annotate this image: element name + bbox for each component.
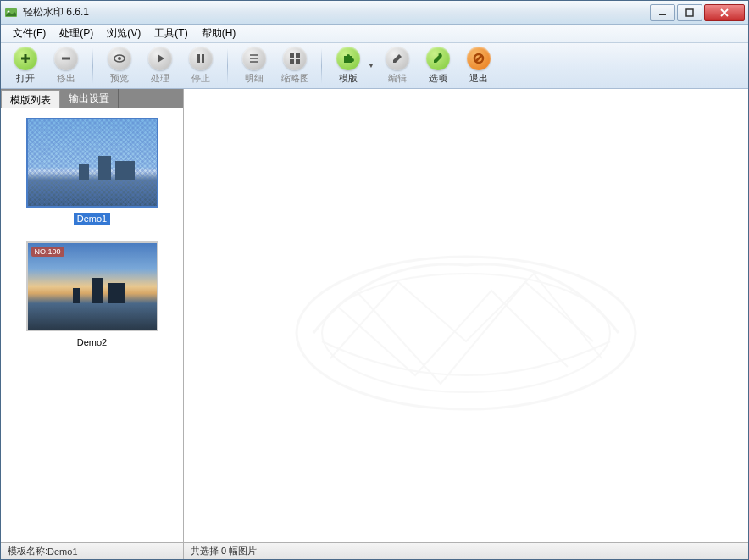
plus-icon <box>14 47 37 70</box>
svg-rect-17 <box>290 53 294 58</box>
pencil-icon <box>386 47 409 70</box>
template-button[interactable]: 模版 <box>330 45 366 86</box>
menu-process[interactable]: 处理(P) <box>53 25 100 42</box>
preview-button[interactable]: 预览 <box>102 45 137 86</box>
status-template: 模板名称:Demo1 <box>1 543 184 559</box>
template-item[interactable]: Demo1 <box>11 118 173 225</box>
svg-rect-12 <box>197 54 200 63</box>
background-watermark <box>184 89 748 542</box>
template-thumbnail <box>26 118 158 208</box>
list-icon <box>242 47 266 70</box>
pause-icon <box>189 47 213 70</box>
menu-browse[interactable]: 浏览(V) <box>100 25 147 42</box>
separator <box>92 48 93 84</box>
template-thumbnail: NO.100 <box>26 241 158 331</box>
window-controls <box>648 4 745 21</box>
menu-file[interactable]: 文件(F) <box>6 25 53 42</box>
svg-marker-11 <box>158 54 164 63</box>
svg-rect-18 <box>296 53 300 58</box>
puzzle-icon <box>336 47 360 70</box>
svg-rect-3 <box>686 9 693 16</box>
menu-tools[interactable]: 工具(T) <box>147 25 194 42</box>
exit-button[interactable]: 退出 <box>461 45 497 86</box>
close-button[interactable] <box>704 4 745 21</box>
tab-templates[interactable]: 模版列表 <box>1 90 60 108</box>
titlebar: 轻松水印 6.6.1 <box>1 1 748 25</box>
main-area: 模版列表 输出设置 Demo1 <box>1 89 748 542</box>
detail-button[interactable]: 明细 <box>236 45 272 86</box>
separator <box>321 48 322 84</box>
menubar: 文件(F) 处理(P) 浏览(V) 工具(T) 帮助(H) <box>1 25 748 43</box>
template-label: Demo2 <box>77 337 107 347</box>
separator <box>227 48 228 84</box>
open-button[interactable]: 打开 <box>8 45 43 86</box>
edit-button[interactable]: 编辑 <box>380 45 415 86</box>
template-label: Demo1 <box>74 213 110 225</box>
maximize-button[interactable] <box>677 4 702 21</box>
menu-help[interactable]: 帮助(H) <box>195 25 243 42</box>
svg-rect-13 <box>202 54 204 63</box>
app-icon <box>4 6 18 19</box>
thumbnail-button[interactable]: 缩略图 <box>277 45 313 86</box>
minimize-button[interactable] <box>650 4 675 21</box>
app-window: 轻松水印 6.6.1 文件(F) 处理(P) 浏览(V) 工具(T) 帮助(H)… <box>0 0 749 560</box>
window-title: 轻松水印 6.6.1 <box>23 5 648 19</box>
play-icon <box>148 47 172 70</box>
wrench-icon <box>426 47 450 70</box>
grid-icon <box>283 47 307 70</box>
process-button[interactable]: 处理 <box>142 45 178 86</box>
tab-output[interactable]: 输出设置 <box>60 89 119 108</box>
badge: NO.100 <box>31 247 64 257</box>
sidebar-tabs: 模版列表 输出设置 <box>1 89 183 108</box>
exit-icon <box>467 47 491 70</box>
minus-icon <box>54 47 78 70</box>
remove-button[interactable]: 移出 <box>48 45 84 86</box>
template-item[interactable]: NO.100 Demo2 <box>11 241 173 348</box>
svg-rect-19 <box>290 59 294 64</box>
template-list: Demo1 NO.100 Demo2 <box>1 108 183 542</box>
svg-point-10 <box>118 57 121 60</box>
eye-icon <box>108 47 131 70</box>
toolbar: 打开 移出 预览 处理 停止 明细 缩略图 <box>1 43 748 89</box>
preview-area <box>184 89 748 542</box>
chevron-down-icon[interactable]: ▼ <box>368 62 374 69</box>
stop-button[interactable]: 停止 <box>183 45 219 86</box>
options-button[interactable]: 选项 <box>420 45 456 86</box>
statusbar: 模板名称:Demo1 共选择 0 幅图片 <box>1 542 748 559</box>
status-selection: 共选择 0 幅图片 <box>184 543 264 559</box>
sidebar: 模版列表 输出设置 Demo1 <box>1 89 184 542</box>
svg-rect-20 <box>296 59 300 64</box>
